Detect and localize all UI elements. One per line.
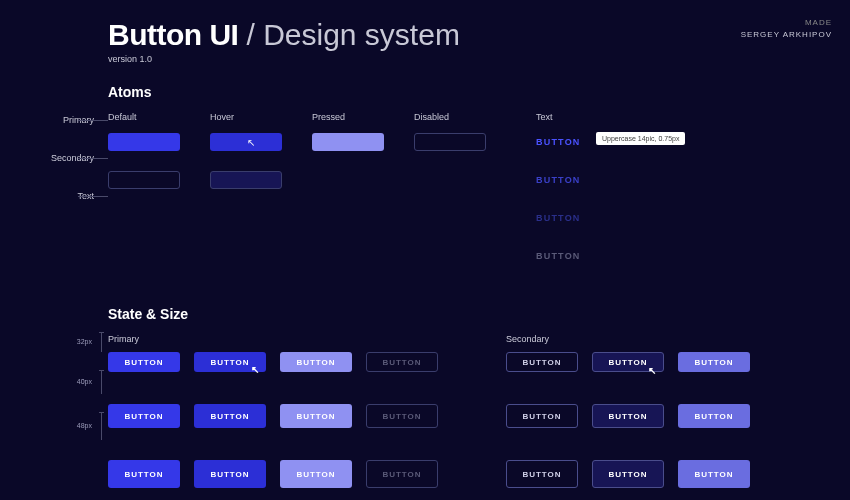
cursor-icon: ↖ xyxy=(247,137,255,148)
title-block: Button UI / Design system version 1.0 xyxy=(108,18,460,64)
col-head-hover: Hover xyxy=(210,112,292,122)
btn-primary-40-default[interactable]: BUTTON xyxy=(108,404,180,428)
btn-secondary-48-default[interactable]: BUTTON xyxy=(506,460,578,488)
btn-primary-32-hover[interactable]: BUTTON↖ xyxy=(194,352,266,372)
btn-label: BUTTON xyxy=(210,358,249,367)
size-labels: 32px 40px 48px xyxy=(0,332,96,458)
spacer xyxy=(452,352,492,372)
col-head-disabled: Disabled xyxy=(414,112,496,122)
atoms-col-pressed: Pressed xyxy=(312,112,394,244)
credits: MADE SERGEY ARKHIPOV xyxy=(741,18,832,39)
version-label: version 1.0 xyxy=(108,54,460,64)
btn-primary-48-default[interactable]: BUTTON xyxy=(108,460,180,488)
credits-made: MADE xyxy=(741,18,832,27)
header: Button UI / Design system version 1.0 MA… xyxy=(108,18,832,64)
swatch-text-default xyxy=(108,209,180,227)
btn-primary-48-disabled: BUTTON xyxy=(366,460,438,488)
cursor-icon: ↖ xyxy=(648,365,657,376)
size-label-32: 32px xyxy=(0,332,96,352)
swatch-secondary-pressed xyxy=(312,171,384,189)
row-label-text: Text xyxy=(0,184,100,208)
swatch-primary-pressed xyxy=(312,133,384,151)
btn-secondary-32-default[interactable]: BUTTON xyxy=(506,352,578,372)
text-sample-4: BUTTON xyxy=(536,244,832,268)
btn-primary-40-pressed[interactable]: BUTTON xyxy=(280,404,352,428)
swatch-text-pressed xyxy=(312,209,384,227)
btn-secondary-32-pressed[interactable]: BUTTON xyxy=(678,352,750,372)
text-tooltip: Uppercase 14pic, 0.75px xyxy=(596,132,685,145)
row-label-primary: Primary xyxy=(0,108,100,132)
swatch-text-hover xyxy=(210,209,282,227)
swatch-primary-disabled xyxy=(414,133,486,151)
btn-primary-32-default[interactable]: BUTTON xyxy=(108,352,180,372)
swatch-text-disabled xyxy=(414,209,486,227)
atoms-col-hover: Hover ↖ xyxy=(210,112,292,244)
text-sample-2: BUTTON xyxy=(536,168,832,192)
swatch-primary-default xyxy=(108,133,180,151)
swatch-primary-hover: ↖ xyxy=(210,133,282,151)
btn-secondary-48-pressed[interactable]: BUTTON xyxy=(678,460,750,488)
size-label-40: 40px xyxy=(0,370,96,394)
text-sample-3: BUTTON xyxy=(536,206,832,230)
atoms-row-labels: Primary Secondary Text xyxy=(0,108,100,222)
text-sample-1: BUTTON Uppercase 14pic, 0.75px xyxy=(536,130,832,154)
page-title-light: / Design system xyxy=(246,18,459,52)
btn-secondary-40-hover[interactable]: BUTTON xyxy=(592,404,664,428)
swatch-secondary-hover xyxy=(210,171,282,189)
btn-primary-48-pressed[interactable]: BUTTON xyxy=(280,460,352,488)
btn-secondary-48-hover[interactable]: BUTTON xyxy=(592,460,664,488)
row-label-secondary: Secondary xyxy=(0,146,100,170)
cursor-icon: ↖ xyxy=(251,364,260,375)
atoms-section-title: Atoms xyxy=(108,84,832,100)
swatch-secondary-default xyxy=(108,171,180,189)
atoms-col-text: Text BUTTON Uppercase 14pic, 0.75px BUTT… xyxy=(516,112,832,282)
col-head-pressed: Pressed xyxy=(312,112,394,122)
atoms-col-default: Default xyxy=(108,112,190,244)
text-sample-1-label: BUTTON xyxy=(536,137,581,147)
btn-primary-40-hover[interactable]: BUTTON xyxy=(194,404,266,428)
btn-secondary-40-pressed[interactable]: BUTTON xyxy=(678,404,750,428)
state-size-title: State & Size xyxy=(108,306,832,322)
btn-secondary-32-hover[interactable]: BUTTON↖ xyxy=(592,352,664,372)
group-title-secondary: Secondary xyxy=(506,334,578,344)
spacer xyxy=(452,404,492,428)
state-size-section: State & Size 32px 40px 48px Primary Seco… xyxy=(108,306,832,500)
spacer xyxy=(452,460,492,488)
size-label-48: 48px xyxy=(0,412,96,440)
btn-label: BUTTON xyxy=(608,358,647,367)
swatch-secondary-disabled xyxy=(414,171,486,189)
col-head-text: Text xyxy=(536,112,832,122)
btn-secondary-40-default[interactable]: BUTTON xyxy=(506,404,578,428)
btn-primary-32-disabled: BUTTON xyxy=(366,352,438,372)
credits-author: SERGEY ARKHIPOV xyxy=(741,30,832,39)
group-title-primary: Primary xyxy=(108,334,180,344)
btn-primary-40-disabled: BUTTON xyxy=(366,404,438,428)
btn-primary-48-hover[interactable]: BUTTON xyxy=(194,460,266,488)
btn-primary-32-pressed[interactable]: BUTTON xyxy=(280,352,352,372)
page-title-bold: Button UI xyxy=(108,18,238,52)
atoms-section: Atoms Primary Secondary Text Default Hov… xyxy=(108,84,832,282)
col-head-default: Default xyxy=(108,112,190,122)
atoms-col-disabled: Disabled xyxy=(414,112,496,244)
